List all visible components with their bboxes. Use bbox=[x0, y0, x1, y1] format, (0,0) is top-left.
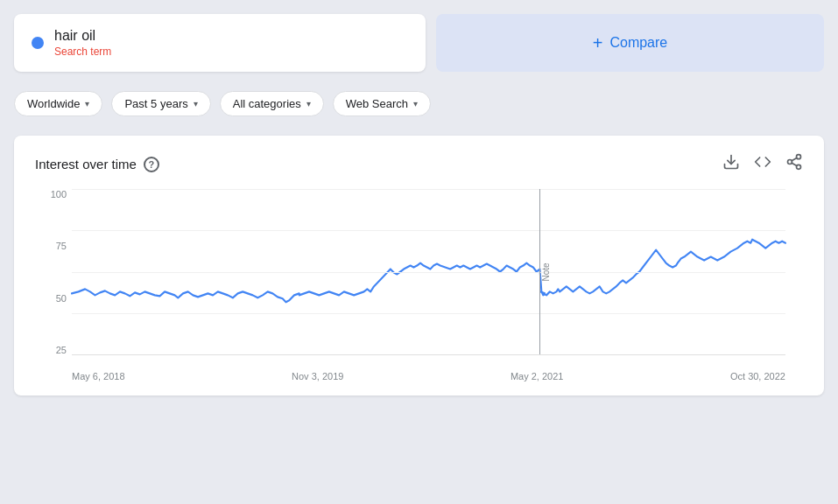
search-type-filter-label: Web Search bbox=[346, 97, 408, 110]
note-divider-line bbox=[539, 189, 540, 354]
compare-label: Compare bbox=[609, 35, 667, 51]
term-color-dot bbox=[32, 37, 44, 49]
time-range-filter-label: Past 5 years bbox=[124, 97, 187, 110]
term-name: hair oil bbox=[54, 28, 111, 44]
x-label-1: May 6, 2018 bbox=[72, 371, 125, 382]
svg-line-5 bbox=[792, 158, 797, 160]
grid-line-75 bbox=[72, 230, 785, 231]
embed-icon[interactable] bbox=[754, 153, 771, 175]
location-filter[interactable]: Worldwide ▾ bbox=[14, 91, 102, 116]
grid-line-100 bbox=[72, 189, 785, 190]
location-chevron-icon: ▾ bbox=[85, 99, 89, 108]
time-range-filter[interactable]: Past 5 years ▾ bbox=[111, 91, 210, 116]
chart-inner: Note bbox=[72, 189, 785, 355]
term-type-label: Search term bbox=[54, 46, 111, 58]
x-axis-labels: May 6, 2018 Nov 3, 2019 May 2, 2021 Oct … bbox=[72, 371, 785, 382]
chart-card: Interest over time ? bbox=[14, 136, 824, 396]
category-filter[interactable]: All categories ▾ bbox=[220, 91, 324, 116]
filters-row: Worldwide ▾ Past 5 years ▾ All categorie… bbox=[14, 82, 824, 125]
time-range-chevron-icon: ▾ bbox=[194, 99, 198, 108]
compare-card[interactable]: + Compare bbox=[436, 14, 824, 72]
x-label-3: May 2, 2021 bbox=[511, 371, 564, 382]
category-filter-label: All categories bbox=[233, 97, 301, 110]
share-icon[interactable] bbox=[785, 153, 803, 175]
y-label-100: 100 bbox=[51, 189, 67, 200]
x-label-4: Oct 30, 2022 bbox=[730, 371, 785, 382]
category-chevron-icon: ▾ bbox=[306, 99, 311, 108]
y-label-25: 25 bbox=[56, 345, 67, 355]
download-icon[interactable] bbox=[722, 153, 740, 175]
search-term-card: hair oil Search term bbox=[14, 14, 426, 72]
search-type-chevron-icon: ▾ bbox=[413, 99, 418, 108]
chart-area: 100 75 50 25 Note May 6, 2018 Nov 3, 201… bbox=[35, 189, 803, 382]
chart-header: Interest over time ? bbox=[35, 153, 803, 175]
y-label-50: 50 bbox=[56, 293, 67, 304]
help-icon[interactable]: ? bbox=[144, 157, 159, 172]
svg-line-4 bbox=[792, 163, 797, 165]
chart-actions bbox=[722, 153, 803, 175]
search-type-filter[interactable]: Web Search ▾ bbox=[333, 91, 431, 116]
y-axis-labels: 100 75 50 25 bbox=[35, 189, 67, 355]
chart-title-area: Interest over time ? bbox=[35, 157, 159, 172]
grid-line-50 bbox=[72, 272, 785, 273]
note-text: Note bbox=[541, 262, 551, 281]
chart-title: Interest over time bbox=[35, 157, 137, 172]
compare-plus-icon: + bbox=[593, 34, 603, 52]
y-label-75: 75 bbox=[56, 241, 67, 251]
location-filter-label: Worldwide bbox=[27, 97, 80, 110]
x-label-2: Nov 3, 2019 bbox=[292, 371, 343, 382]
grid-line-25 bbox=[72, 313, 785, 314]
search-term-info: hair oil Search term bbox=[54, 28, 111, 58]
